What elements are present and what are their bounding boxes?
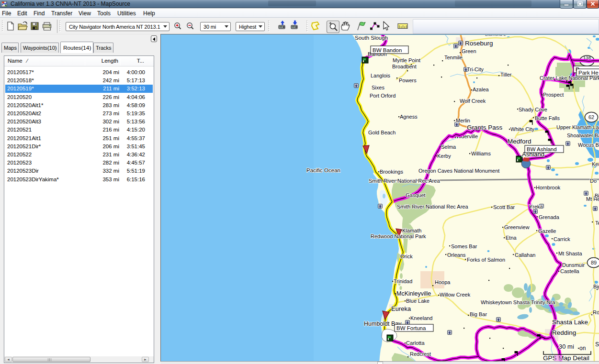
svg-text:Do: Do xyxy=(590,178,597,184)
svg-text:Orick: Orick xyxy=(400,254,413,259)
svg-text:White City: White City xyxy=(510,126,535,132)
svg-text:Broadbent: Broadbent xyxy=(392,64,417,69)
svg-text:McKinleyville: McKinleyville xyxy=(396,290,431,297)
svg-text:Oregon Caves National Monument: Oregon Caves National Monument xyxy=(418,168,499,174)
svg-text:Azalea: Azalea xyxy=(473,87,489,92)
svg-text:Trinidad: Trinidad xyxy=(394,278,412,284)
svg-text:BW Bandon: BW Bandon xyxy=(373,47,402,53)
svg-text:Pacific Ocean: Pacific Ocean xyxy=(306,167,340,173)
svg-text:Tenmile: Tenmile xyxy=(444,55,463,60)
svg-text:Big: Big xyxy=(595,193,599,199)
svg-text:Big: Big xyxy=(593,284,599,289)
svg-text:Te: Te xyxy=(595,220,599,226)
svg-text:Eureka: Eureka xyxy=(391,305,411,312)
svg-text:Grenada: Grenada xyxy=(539,214,560,220)
svg-text:Grants Pass: Grants Pass xyxy=(467,124,503,131)
svg-text:Kneeland: Kneeland xyxy=(410,315,433,321)
svg-text:30 mi: 30 mi xyxy=(559,343,574,350)
svg-text:Green: Green xyxy=(462,48,476,54)
svg-text:Yreka: Yreka xyxy=(529,204,543,210)
svg-text:Whiskeytown Shasta Trinity Nra: Whiskeytown Shasta Trinity Nra xyxy=(481,299,555,305)
svg-text:Willow Creek: Willow Creek xyxy=(440,292,471,298)
svg-text:Sixes: Sixes xyxy=(372,85,384,90)
svg-text:Diamond L: Diamond L xyxy=(485,35,506,37)
svg-text:Somes Bar: Somes Bar xyxy=(451,243,477,249)
svg-text:Blue Lake: Blue Lake xyxy=(406,298,429,304)
svg-text:S: S xyxy=(595,341,599,348)
svg-text:Gold Beach: Gold Beach xyxy=(368,130,396,135)
svg-text:Big Bar: Big Bar xyxy=(470,311,487,317)
svg-text:Shady Cove: Shady Cove xyxy=(519,107,547,112)
svg-text:Langlois: Langlois xyxy=(371,73,390,78)
svg-text:Roseburg: Roseburg xyxy=(465,40,493,47)
svg-text:Klamath: Klamath xyxy=(402,228,421,233)
svg-text:Kerby: Kerby xyxy=(437,153,451,159)
svg-text:Scott Bar: Scott Bar xyxy=(493,204,515,210)
svg-text:Brookings: Brookings xyxy=(380,169,403,175)
svg-text:Park He: Park He xyxy=(578,70,599,76)
svg-text:Carlotta: Carlotta xyxy=(406,340,425,346)
svg-text:Upper Klamath Lake: Upper Klamath Lake xyxy=(556,124,599,130)
svg-text:BW Fortuna: BW Fortuna xyxy=(396,325,426,331)
svg-text:GPS Map Detail: GPS Map Detail xyxy=(543,354,589,361)
svg-text:Gazelle: Gazelle xyxy=(538,228,556,234)
svg-text:Greenview: Greenview xyxy=(504,224,530,230)
svg-text:Castella: Castella xyxy=(560,268,580,274)
svg-text:Dunsmuir: Dunsmuir xyxy=(562,262,585,268)
svg-text:Prospect: Prospect xyxy=(543,92,564,98)
svg-text:Ker: Ker xyxy=(592,161,599,167)
svg-text:Port Orford: Port Orford xyxy=(370,93,396,99)
svg-text:Carrick: Carrick xyxy=(554,236,570,242)
svg-text:Agness: Agness xyxy=(400,114,418,120)
svg-text:Rou: Rou xyxy=(593,309,599,315)
svg-text:Redcrest: Redcrest xyxy=(410,351,431,357)
svg-text:Medford: Medford xyxy=(508,138,531,145)
svg-text:Callahan: Callahan xyxy=(515,252,535,258)
svg-text:Butte Falls: Butte Falls xyxy=(535,115,560,121)
svg-text:89: 89 xyxy=(591,260,597,265)
svg-text:Smith River National Rec Area: Smith River National Rec Area xyxy=(369,178,440,184)
svg-text:Hoopa: Hoopa xyxy=(435,279,451,285)
svg-text:Wocus Ba: Wocus Ba xyxy=(578,142,599,148)
svg-text:Redwood National Park: Redwood National Park xyxy=(371,233,426,239)
svg-text:Shoalwater Bay: Shoalwater Bay xyxy=(567,132,599,138)
svg-text:Merlin: Merlin xyxy=(456,118,470,123)
svg-text:Williams: Williams xyxy=(471,151,491,156)
svg-text:Forks of Salmon: Forks of Salmon xyxy=(467,257,505,263)
svg-text:Tri-City: Tri-City xyxy=(467,66,484,72)
svg-text:BW Ashland: BW Ashland xyxy=(527,146,557,152)
svg-text:Etna: Etna xyxy=(506,235,517,241)
svg-text:62: 62 xyxy=(588,114,594,120)
svg-text:Shasta Lake: Shasta Lake xyxy=(552,319,588,326)
svg-text:Redding: Redding xyxy=(552,329,576,336)
svg-text:South Slough: South Slough xyxy=(355,35,388,41)
svg-text:Orleans: Orleans xyxy=(447,252,466,258)
svg-text:Mt Shasta: Mt Shasta xyxy=(558,251,582,256)
svg-text:Wolf Creek: Wolf Creek xyxy=(460,98,486,104)
svg-text:on: on xyxy=(579,345,586,352)
svg-text:Tiller: Tiller xyxy=(500,72,512,77)
svg-text:Selma: Selma xyxy=(441,144,456,150)
svg-text:Powers: Powers xyxy=(399,77,417,83)
svg-text:Smith River National Rec Area: Smith River National Rec Area xyxy=(397,204,468,210)
svg-text:Myrtle Point: Myrtle Point xyxy=(393,57,420,63)
svg-text:Gasquet: Gasquet xyxy=(406,192,426,198)
svg-text:Hornbrook: Hornbrook xyxy=(536,185,561,190)
